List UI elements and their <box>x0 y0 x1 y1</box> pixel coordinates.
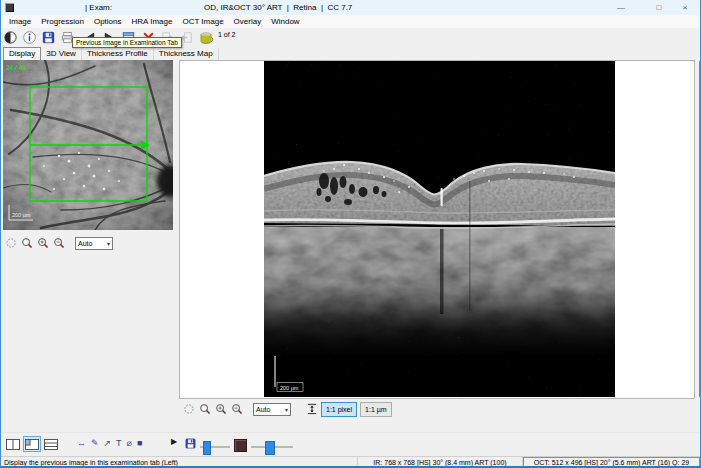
chevron-down-icon: ▾ <box>285 406 288 413</box>
layout-thumbnail-main-icon[interactable] <box>23 436 41 452</box>
menu-hra-image[interactable]: HRA Image <box>127 15 178 28</box>
bottom-toolbar: ↔ ✎ ↗ T ⌀ ■ ▶ <box>1 432 700 457</box>
scan-counter: 24 / 49 <box>6 64 26 71</box>
zoom-tool-icon[interactable] <box>198 403 211 416</box>
status-oct-info: OCT: 512 x 496 [HS] 20° (5.6 mm) ART (16… <box>523 457 700 468</box>
ellipse-tool-icon[interactable]: ⌀ <box>127 438 132 448</box>
oct-bscan-render: 200 µm <box>264 61 615 397</box>
exam-label: | Exam: <box>85 3 112 12</box>
menu-progression[interactable]: Progression <box>36 15 89 28</box>
tab-thickness-map[interactable]: Thickness Map <box>154 48 219 60</box>
page-indicator: 1 of 2 <box>218 31 236 38</box>
one-to-one-micron-button[interactable]: 1:1 µm <box>360 402 392 417</box>
maximize-button[interactable]: □ <box>647 0 671 15</box>
brightness-icon <box>234 439 247 452</box>
layout-rows-icon[interactable] <box>42 436 60 452</box>
oct-zoom-controls: Auto ▾ 1:1 pixel 1:1 µm <box>182 402 392 416</box>
rectangle-tool-icon[interactable]: ■ <box>137 438 142 448</box>
app-icon <box>5 3 14 12</box>
tab-3d-view[interactable]: 3D View <box>41 48 82 60</box>
zoom-in-icon[interactable] <box>36 237 49 250</box>
draw-region-tool-icon[interactable]: ✎ <box>91 438 99 448</box>
tab-row: Display 3D View Thickness Profile Thickn… <box>1 47 701 60</box>
speed-slider-handle[interactable] <box>203 441 211 455</box>
status-bar: Display the previous image in this exami… <box>1 456 700 468</box>
fundus-zoom-value: Auto <box>78 240 92 247</box>
save-movie-icon[interactable] <box>184 437 197 450</box>
menu-bar: Image Progression Options HRA Image OCT … <box>1 15 701 28</box>
menu-image[interactable]: Image <box>4 15 36 28</box>
one-to-one-pixel-button[interactable]: 1:1 pixel <box>321 402 357 417</box>
brightness-slider-handle[interactable] <box>265 441 275 455</box>
fundus-scale-label: 200 µm <box>12 212 31 218</box>
save-icon[interactable] <box>40 29 57 46</box>
info-icon[interactable] <box>21 29 38 46</box>
contrast-icon[interactable] <box>2 29 19 46</box>
layout-two-columns-icon[interactable] <box>4 436 22 452</box>
menu-overlay[interactable]: Overlay <box>229 15 267 28</box>
menu-oct-image[interactable]: OCT Image <box>177 15 228 28</box>
text-tool-icon[interactable]: T <box>116 438 122 448</box>
zoom-out-icon[interactable] <box>230 403 243 416</box>
fundus-zoom-controls: Auto ▾ <box>4 236 113 250</box>
oct-bscan-image[interactable]: 200 µm <box>264 61 615 397</box>
play-movie-icon[interactable]: ▶ <box>171 437 177 446</box>
status-message: Display the previous image in this exami… <box>1 457 358 468</box>
minimize-button[interactable]: — <box>609 0 633 15</box>
zoom-reset-icon[interactable] <box>182 403 195 416</box>
brightness-slider[interactable] <box>251 446 293 448</box>
title-bar: | Exam: OD, IR&OCT 30° ART | Retina | CC… <box>1 0 700 15</box>
measure-tool-icon[interactable]: ↔ <box>77 438 86 448</box>
zoom-reset-icon[interactable] <box>4 237 17 250</box>
oct-display-panel: 200 µm <box>179 60 695 399</box>
close-button[interactable]: × <box>673 0 697 15</box>
arrow-tool-icon[interactable]: ↗ <box>104 438 112 448</box>
fundus-zoom-select[interactable]: Auto ▾ <box>75 237 113 250</box>
image-stack-icon[interactable] <box>198 29 215 46</box>
zoom-in-icon[interactable] <box>214 403 227 416</box>
tooltip: Previous Image in Examination Tab <box>72 37 182 48</box>
fundus-image[interactable]: 24 / 49 200 µm <box>3 60 173 230</box>
zoom-out-icon[interactable] <box>52 237 65 250</box>
oct-zoom-value: Auto <box>256 406 270 413</box>
status-ir-info: IR: 768 x 768 [HS] 30° (8.4 mm) ART (100… <box>358 457 523 468</box>
fundus-ir-image: 24 / 49 200 µm <box>3 60 173 230</box>
menu-window[interactable]: Window <box>266 15 304 28</box>
speed-slider[interactable] <box>200 446 230 448</box>
fit-height-icon[interactable] <box>305 403 318 416</box>
tab-thickness-profile[interactable]: Thickness Profile <box>82 48 154 60</box>
application-window: | Exam: OD, IR&OCT 30° ART | Retina | CC… <box>0 0 701 468</box>
window-title: OD, IR&OCT 30° ART | Retina | CC 7.7 <box>204 3 352 12</box>
chevron-down-icon: ▾ <box>107 240 110 247</box>
oct-zoom-select[interactable]: Auto ▾ <box>253 403 291 416</box>
annotation-tools: ↔ ✎ ↗ T ⌀ ■ <box>77 438 142 448</box>
zoom-tool-icon[interactable] <box>20 237 33 250</box>
oct-scale-label: 200 µm <box>280 385 299 391</box>
menu-options[interactable]: Options <box>89 15 127 28</box>
tab-display[interactable]: Display <box>3 47 41 60</box>
